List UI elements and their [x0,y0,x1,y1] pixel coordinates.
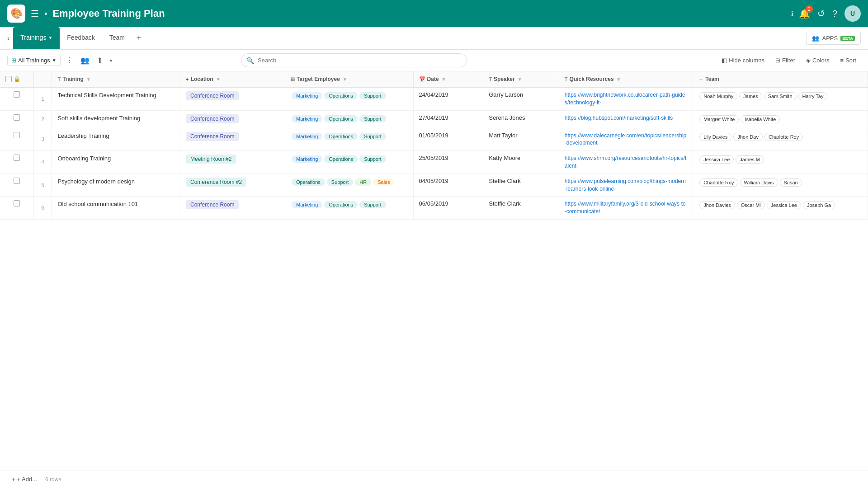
sort-button[interactable]: ≡ Sort [836,55,861,66]
tab-trainings-dropdown-arrow: ▼ [48,35,52,40]
hamburger-menu[interactable]: ☰ [31,8,39,19]
apps-button[interactable]: 👥 APPS BETA [806,32,861,45]
resource-link[interactable]: https://www.shrm.org/resourcesandtools/h… [565,155,686,169]
employee-tag: Support [327,178,354,186]
notifications-button[interactable]: 🔔 2 [799,8,810,19]
team-member-chip: James M [736,155,764,164]
bottom-bar: + + Add... 6 rows [0,470,868,488]
col-location[interactable]: ● Location ▼ [180,71,285,87]
quick-resources-cell[interactable]: https://blog.hubspot.com/marketing/soft-… [559,110,693,128]
training-name-cell: Leadership Training [52,128,180,151]
team-cell: Jhon DaviesOscar MiJessica LeeJoseph Ga [693,197,868,220]
row-checkbox[interactable] [14,91,20,98]
row-number: 1 [33,87,52,110]
search-input[interactable] [241,53,467,67]
team-member-chip: James [739,92,762,100]
location-type-icon: ● [186,76,189,82]
team-cell: Charlotte RoyWilliam DavisSusan [693,174,868,197]
view-selector[interactable]: ⊞ All Trainings ▼ [7,55,61,66]
app-logo[interactable]: 🎨 [7,5,25,23]
employee-tag: Marketing [292,133,322,140]
share-icon[interactable]: ⬆ [95,54,104,66]
tab-feedback[interactable]: Feedback [60,27,102,49]
date-cell: 25/05/2019 [413,151,483,174]
row-checkbox-cell [0,174,33,197]
user-avatar[interactable]: U [844,5,861,22]
view-dropdown-arrow: ▼ [52,58,57,63]
employee-tag: Support [359,115,386,122]
team-member-chip: Jessica Lee [699,155,734,164]
resource-link[interactable]: https://www.militaryfamily.org/3-old-sch… [565,201,686,215]
col-team[interactable]: ↔ Team [693,71,868,87]
employee-tag: Marketing [292,92,322,99]
add-tab-button[interactable]: + [132,27,146,49]
team-member-chip: Oscar Mi [737,201,765,209]
resources-sort-icon: ▼ [617,77,621,82]
quick-resources-cell[interactable]: https://www.pulselearning.com/blog/thing… [559,174,693,197]
col-quick-resources[interactable]: T Quick Resources ▼ [559,71,693,87]
location-cell: Meeting Room#2 [180,151,285,174]
row-checkbox[interactable] [14,200,20,206]
resources-type-icon: T [565,76,568,82]
filter-button[interactable]: ⊟ Filter [771,55,800,66]
col-row-num [33,71,52,87]
team-member-chip: Jessica Lee [767,201,801,209]
training-sort-icon: ▼ [86,77,91,82]
row-checkbox[interactable] [14,155,20,161]
resource-link[interactable]: https://www.dalecarnegie.com/en/topics/l… [565,132,686,146]
training-name: Technical Skills Development Training [57,92,156,99]
resource-link[interactable]: https://blog.hubspot.com/marketing/soft-… [565,115,673,121]
tab-trainings[interactable]: Trainings ▼ [13,27,60,49]
training-type-icon: T [57,76,61,82]
quick-resources-cell[interactable]: https://www.dalecarnegie.com/en/topics/l… [559,128,693,151]
employee-tag: Operations [324,201,358,208]
team-type-icon: ↔ [698,76,703,82]
help-button[interactable]: ? [832,9,837,19]
more-options-icon[interactable]: ⋮ [64,54,75,66]
table-icon[interactable]: ▪ [108,55,114,66]
training-name-cell: Old school communication 101 [52,197,180,220]
col-training[interactable]: T Training ▼ [52,71,180,87]
tab-team[interactable]: Team [102,27,132,49]
training-name-cell: Psychology of modern design [52,174,180,197]
employee-tag: Marketing [292,155,322,163]
history-button[interactable]: ↺ [817,8,825,19]
row-count: 6 rows [45,476,61,483]
team-cell: Jessica LeeJames M [693,151,868,174]
people-icon[interactable]: 👥 [79,54,91,66]
page-type-icon: ▪ [44,9,47,19]
quick-resources-cell[interactable]: https://www.brightnetwork.co.uk/career-p… [559,87,693,110]
resource-link[interactable]: https://www.brightnetwork.co.uk/career-p… [565,92,685,106]
training-name: Old school communication 101 [57,201,138,207]
speaker-cell: Serena Jones [483,110,559,128]
target-employee-cell: OperationsSupportHRSales [285,174,414,197]
col-speaker[interactable]: T Speaker ▼ [483,71,559,87]
training-name-cell: Soft skills development Training [52,110,180,128]
row-checkbox[interactable] [14,132,20,138]
tab-collapse-button[interactable]: ‹ [4,27,13,49]
resource-link[interactable]: https://www.pulselearning.com/blog/thing… [565,178,686,192]
location-tag: Meeting Room#2 [186,155,236,164]
add-row-button[interactable]: + + Add... [7,474,42,485]
col-date[interactable]: 📅 Date ▼ [413,71,483,87]
col-target-employee[interactable]: ⊞ Target Employee ▼ [285,71,414,87]
row-number: 4 [33,151,52,174]
row-checkbox[interactable] [14,114,20,121]
header-checkbox[interactable] [5,76,12,82]
employee-tag: Operations [292,178,325,186]
date-cell: 04/05/2019 [413,174,483,197]
team-member-chip: Joseph Ga [803,201,835,209]
team-member-chip: Charlotte Roy [764,133,803,141]
speaker-type-icon: T [489,76,492,82]
table-row: 1Technical Skills Development TrainingCo… [0,87,868,110]
row-checkbox[interactable] [14,178,20,184]
team-cell: Lily DaviesJhon DavCharlotte Roy [693,128,868,151]
hide-columns-button[interactable]: ◧ Hide columns [717,55,769,66]
location-cell: Conference Room [180,197,285,220]
employee-tag: Sales [373,178,395,186]
info-icon[interactable]: ℹ [791,10,793,17]
quick-resources-cell[interactable]: https://www.militaryfamily.org/3-old-sch… [559,197,693,220]
quick-resources-cell[interactable]: https://www.shrm.org/resourcesandtools/h… [559,151,693,174]
target-employee-cell: MarketingOperationsSupport [285,151,414,174]
colors-button[interactable]: ◈ Colors [802,55,834,66]
